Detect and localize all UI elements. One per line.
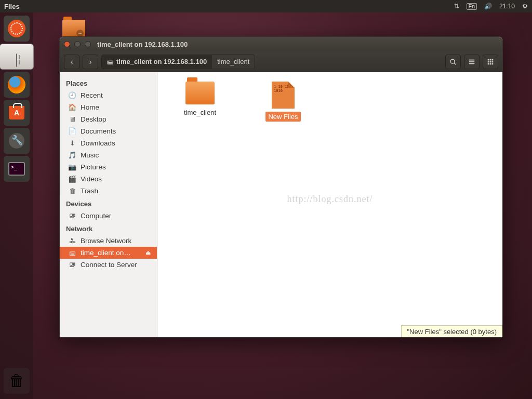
sidebar-item-home[interactable]: 🏠Home: [60, 101, 157, 113]
sidebar-item-label: Recent: [81, 91, 103, 99]
sidebar-item-label: Computer: [81, 212, 111, 220]
sidebar-item-downloads[interactable]: ⬇Downloads: [60, 137, 157, 149]
view-list-button[interactable]: [464, 55, 480, 69]
sidebar-item-pictures[interactable]: 📷Pictures: [60, 161, 157, 173]
sidebar-item-icon: ⬇: [68, 139, 76, 147]
search-icon: [449, 58, 457, 65]
nav-back-button[interactable]: ‹: [64, 55, 79, 69]
window-close-button[interactable]: [64, 41, 70, 47]
sidebar-heading: Places: [60, 76, 157, 89]
launcher-firefox-icon[interactable]: [4, 72, 30, 98]
svg-rect-2: [469, 59, 475, 60]
view-grid-button[interactable]: [483, 55, 498, 69]
sidebar-item-documents[interactable]: 📄Documents: [60, 125, 157, 137]
menubar-app-label: Files: [4, 3, 20, 10]
list-icon: [468, 58, 475, 65]
sidebar-item-videos[interactable]: 🎬Videos: [60, 173, 157, 185]
path-bar: 🖴time_client on 192.168.1.100 time_clien…: [101, 55, 255, 69]
launcher-files-icon[interactable]: [0, 44, 34, 70]
sidebar-item-icon: 📄: [68, 127, 76, 135]
svg-rect-9: [490, 61, 491, 62]
sidebar-item-trash[interactable]: 🗑Trash: [60, 185, 157, 197]
sidebar-item-icon: 🎵: [68, 151, 76, 159]
grid-icon: [487, 58, 494, 65]
sidebar-item-label: time_client on…: [81, 249, 131, 257]
code-file-icon: 1 10 101 1010: [272, 82, 295, 109]
svg-rect-4: [469, 63, 475, 64]
file-label: time_client: [181, 108, 219, 117]
file-label: New Files: [265, 112, 300, 122]
search-button[interactable]: [445, 55, 461, 69]
sidebar-item-music[interactable]: 🎵Music: [60, 149, 157, 161]
sidebar-item-label: Home: [81, 103, 99, 111]
file-item-time-client[interactable]: time_client: [174, 82, 226, 117]
launcher-software-center-icon[interactable]: A: [4, 100, 30, 126]
sidebar-item-icon: 🗑: [68, 187, 76, 195]
sidebar-item-icon: 🖳: [68, 261, 76, 269]
svg-line-1: [454, 63, 456, 64]
file-item-new-files[interactable]: 1 10 101 1010New Files: [257, 82, 309, 122]
content-pane[interactable]: time_client1 10 101 1010New Files http:/…: [157, 72, 502, 338]
top-menubar: Files ⇅ En 🔊 21:10 ⚙: [0, 0, 532, 12]
launcher-trash-icon[interactable]: 🗑: [4, 368, 30, 394]
sidebar-heading: Devices: [60, 197, 157, 210]
svg-rect-3: [469, 61, 475, 62]
nav-forward-button[interactable]: ›: [83, 55, 98, 69]
sidebar-item-recent[interactable]: 🕘Recent: [60, 89, 157, 101]
svg-rect-5: [488, 59, 489, 60]
window-maximize-button[interactable]: [85, 41, 91, 47]
window-title: time_client on 192.168.1.100: [97, 41, 188, 48]
sidebar-item-label: Downloads: [81, 139, 115, 147]
folder-icon: [185, 82, 215, 104]
files-window: time_client on 192.168.1.100 ‹ › 🖴time_c…: [59, 36, 503, 338]
sidebar-item-label: Browse Network: [81, 237, 131, 245]
sound-indicator-icon[interactable]: 🔊: [484, 3, 492, 10]
sidebar-item-icon: 🖴: [68, 249, 76, 257]
sidebar-item-label: Connect to Server: [81, 261, 137, 269]
window-minimize-button[interactable]: [74, 41, 81, 47]
sidebar-item-label: Videos: [81, 175, 102, 183]
sidebar-item-label: Desktop: [81, 115, 107, 123]
svg-rect-12: [490, 63, 491, 64]
sidebar-item-icon: 🖧: [68, 237, 76, 245]
svg-rect-6: [490, 59, 491, 60]
eject-icon[interactable]: ⏏: [145, 249, 151, 256]
sidebar-item-icon: 📷: [68, 163, 76, 171]
sidebar-item-icon: 🖥: [68, 115, 76, 123]
sidebar-item-icon: 🎬: [68, 175, 76, 183]
svg-rect-8: [488, 61, 489, 62]
svg-rect-10: [492, 61, 494, 62]
toolbar: ‹ › 🖴time_client on 192.168.1.100 time_c…: [60, 51, 502, 72]
sidebar-item-desktop[interactable]: 🖥Desktop: [60, 113, 157, 125]
clock[interactable]: 21:10: [499, 3, 515, 10]
window-titlebar[interactable]: time_client on 192.168.1.100: [60, 37, 502, 51]
system-menu-icon[interactable]: ⚙: [522, 3, 528, 10]
launcher-terminal-icon[interactable]: >_: [4, 156, 30, 182]
launcher-dash-icon[interactable]: [4, 16, 30, 42]
sidebar-item-browse-network[interactable]: 🖧Browse Network: [60, 235, 157, 247]
places-sidebar: Places🕘Recent🏠Home🖥Desktop📄Documents⬇Dow…: [60, 72, 157, 338]
path-current-segment[interactable]: time_client: [212, 55, 255, 69]
launcher-settings-icon[interactable]: [4, 128, 30, 154]
sidebar-item-connect-to-server[interactable]: 🖳Connect to Server: [60, 259, 157, 271]
sidebar-item-label: Documents: [81, 127, 116, 135]
sidebar-item-icon: 🏠: [68, 103, 76, 111]
sidebar-heading: Network: [60, 222, 157, 235]
sidebar-item-time-client-on-[interactable]: 🖴time_client on…⏏: [60, 247, 157, 259]
sidebar-item-computer[interactable]: 🖳Computer: [60, 210, 157, 222]
network-indicator-icon[interactable]: ⇅: [454, 3, 459, 10]
path-root-segment[interactable]: 🖴time_client on 192.168.1.100: [102, 55, 212, 69]
network-drive-icon: 🖴: [107, 58, 113, 65]
file-grid: time_client1 10 101 1010New Files: [157, 72, 502, 131]
svg-rect-13: [492, 63, 494, 64]
sidebar-item-label: Trash: [81, 187, 98, 195]
sidebar-item-label: Music: [81, 151, 99, 159]
sidebar-item-icon: 🕘: [68, 91, 76, 99]
svg-rect-7: [492, 59, 494, 60]
status-bar: "New Files" selected (0 bytes): [401, 325, 502, 338]
unity-launcher: A >_ 🗑: [0, 12, 33, 399]
svg-rect-11: [488, 63, 489, 64]
watermark-text: http://blog.csdn.net/: [157, 194, 502, 205]
keyboard-indicator[interactable]: En: [467, 3, 477, 10]
sidebar-item-label: Pictures: [81, 163, 106, 171]
